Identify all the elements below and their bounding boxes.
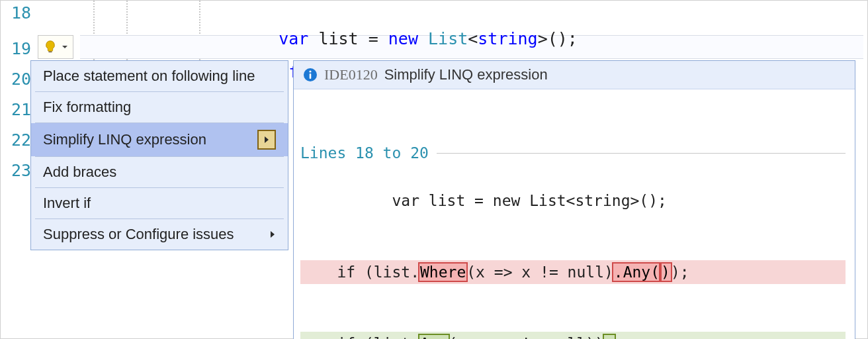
menu-item-place-statement[interactable]: Place statement on following line [31, 61, 288, 91]
line-number: 22 [11, 130, 31, 150]
lightbulb-dropdown[interactable] [38, 35, 73, 59]
svg-point-3 [309, 70, 311, 72]
menu-item-fix-formatting[interactable]: Fix formatting [31, 92, 288, 122]
diff-added-line: if (list.Any(x => x != null)) ; [300, 332, 846, 339]
svg-rect-2 [310, 73, 312, 79]
diff-removed-line: if (list.Where(x => x != null).Any()); [300, 260, 846, 284]
preview-header: IDE0120 Simplify LINQ expression [294, 61, 855, 89]
chevron-right-icon [269, 230, 276, 238]
diagnostic-id: IDE0120 [324, 66, 378, 83]
line-number: 20 [11, 70, 31, 89]
lightbulb-icon [43, 40, 58, 54]
menu-item-invert-if[interactable]: Invert if [31, 188, 288, 218]
refactor-preview-panel: IDE0120 Simplify LINQ expression Lines 1… [293, 60, 855, 339]
menu-item-simplify-linq[interactable]: Simplify LINQ expression [31, 123, 288, 156]
line-number: 18 [11, 3, 31, 23]
diff-range-label: Lines 18 to 20 [300, 141, 429, 165]
diff-context-line: var list = new List<string>(); [355, 192, 667, 209]
diagnostic-title: Simplify LINQ expression [384, 66, 548, 83]
diff-preview: Lines 18 to 20 var list = new List<strin… [294, 89, 855, 339]
submenu-arrow[interactable] [257, 130, 276, 150]
chevron-right-icon [263, 136, 270, 144]
info-icon [303, 68, 318, 82]
line-number: 21 [11, 100, 31, 119]
chevron-down-icon [62, 44, 68, 50]
line-number: 23 [11, 161, 31, 180]
svg-rect-0 [48, 51, 52, 52]
code-editor: 18 19 20 21 22 23 var list = new List<st… [0, 0, 868, 339]
line-number: 19 [11, 39, 31, 58]
menu-item-suppress-configure[interactable]: Suppress or Configure issues [31, 219, 288, 250]
menu-item-add-braces[interactable]: Add braces [31, 157, 288, 187]
quick-actions-menu: Place statement on following line Fix fo… [30, 60, 288, 250]
